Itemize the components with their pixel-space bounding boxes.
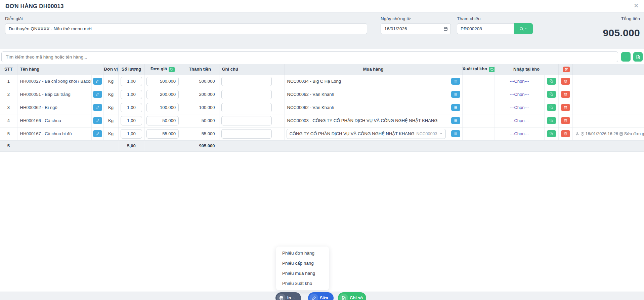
copy-row-button[interactable]: [547, 78, 556, 85]
unit-cell: Kg: [103, 127, 118, 140]
close-icon[interactable]: ✕: [634, 2, 639, 9]
choose-warehouse-link[interactable]: ---Chọn---: [510, 131, 529, 136]
edit-item-button[interactable]: [93, 91, 102, 98]
export-warehouse-cell: [462, 114, 473, 127]
price-input[interactable]: [146, 103, 179, 112]
user-icon: [575, 132, 579, 136]
amount-cell: 200.000: [181, 88, 219, 101]
delete-all-button[interactable]: [563, 67, 570, 72]
export-warehouse-cell: [462, 75, 473, 88]
choose-warehouse-link[interactable]: ---Chọn---: [510, 79, 529, 84]
item-name[interactable]: HH000167 - Cà chua bi đỏ: [17, 127, 91, 140]
copy-row-button[interactable]: [547, 130, 556, 137]
qty-input[interactable]: [121, 116, 142, 125]
copy-row-button[interactable]: [547, 117, 556, 124]
history-note: Sửa đơn giá: [624, 132, 644, 136]
qty-input[interactable]: [121, 90, 142, 99]
order-form: Diễn giải Ngày chứng từ Tham chiếu Tổng …: [0, 12, 644, 49]
qty-input[interactable]: [121, 77, 142, 86]
printer-icon: [277, 294, 286, 300]
edit-history: 16/01/2026 16:26 Sửa đơn giá: [573, 132, 644, 136]
post-button[interactable]: Ghi sổ: [338, 292, 366, 300]
purchase-list-button[interactable]: [451, 117, 460, 124]
copy-row-button[interactable]: [547, 91, 556, 98]
delete-row-button[interactable]: [561, 91, 570, 98]
copy-row-button[interactable]: [547, 104, 556, 111]
note-input[interactable]: [221, 129, 272, 139]
col-note: Ghi chú: [219, 64, 284, 75]
choose-warehouse-link[interactable]: ---Chọn---: [510, 105, 529, 110]
description-input[interactable]: [5, 23, 367, 34]
col-unit: Đơn vị: [103, 64, 118, 75]
pencil-icon: [96, 132, 99, 136]
table-row: 1 HH000027 - Ba chỉ xông khói / Bacon Kg…: [0, 75, 644, 88]
note-input[interactable]: [221, 77, 272, 86]
print-menu-item-order[interactable]: Phiếu đơn hàng: [276, 248, 329, 258]
export-excel-button[interactable]: [633, 52, 643, 62]
clock-icon: [581, 132, 585, 136]
delete-row-button[interactable]: [561, 104, 570, 111]
price-input[interactable]: [146, 129, 179, 139]
row-index: 1: [0, 75, 17, 88]
item-name[interactable]: HH000062 - Bí ngô: [17, 101, 91, 114]
note-input[interactable]: [221, 90, 272, 99]
amount-cell: 100.000: [181, 101, 219, 114]
purchase-list-button[interactable]: [451, 104, 460, 111]
print-menu-item-purchase[interactable]: Phiếu mua hàng: [276, 268, 329, 278]
description-field: Diễn giải: [5, 16, 367, 34]
calendar-icon[interactable]: [443, 26, 448, 32]
trash-icon: [564, 92, 567, 96]
reference-search-button[interactable]: [514, 23, 533, 34]
export-refresh-button[interactable]: [489, 67, 495, 72]
purchase-list-button[interactable]: [451, 130, 460, 137]
delete-row-button[interactable]: [561, 78, 570, 85]
price-input[interactable]: [146, 90, 179, 99]
choose-warehouse-link[interactable]: ---Chọn---: [510, 92, 529, 97]
reference-field: Tham chiếu: [457, 16, 533, 34]
edit-item-button[interactable]: [93, 104, 102, 111]
chevron-down-icon: [439, 132, 443, 136]
trash-icon: [564, 68, 568, 71]
doc-date-input[interactable]: [381, 23, 451, 34]
export-warehouse-cell: [462, 127, 473, 140]
edit-item-button[interactable]: [93, 130, 102, 137]
price-input[interactable]: [146, 77, 179, 86]
table-footer-row: 5 5,00 905.000: [0, 140, 644, 151]
purchase-list-button[interactable]: [451, 78, 460, 85]
chevron-down-icon: [293, 297, 296, 300]
print-button[interactable]: In: [275, 292, 301, 300]
purchase-list-button[interactable]: [451, 91, 460, 98]
edit-button[interactable]: Sửa: [308, 292, 334, 300]
total-label: Tổng tiền: [603, 16, 640, 21]
qty-input[interactable]: [121, 129, 142, 139]
item-name[interactable]: HH000051 - Bắp cải trắng: [17, 88, 91, 101]
delete-row-button[interactable]: [561, 117, 570, 124]
print-menu-item-export[interactable]: Phiếu xuất kho: [276, 278, 329, 289]
note-input[interactable]: [221, 103, 272, 112]
add-row-button[interactable]: [621, 52, 631, 62]
choose-warehouse-link[interactable]: ---Chọn---: [510, 118, 529, 123]
reference-input[interactable]: [457, 23, 514, 34]
page-title: ĐƠN HÀNG DH00013: [5, 3, 64, 10]
table-row: 5 HH000167 - Cà chua bi đỏ Kg 55.000 CÔN…: [0, 127, 644, 140]
print-menu-item-supply[interactable]: Phiếu cấp hàng: [276, 258, 329, 268]
unit-cell: Kg: [103, 75, 118, 88]
purchase-cell: NCC00062 - Vân Khánh: [284, 101, 449, 114]
item-search-input[interactable]: [1, 51, 618, 62]
pencil-icon: [96, 92, 99, 96]
qty-input[interactable]: [121, 103, 142, 112]
trash-icon: [564, 119, 567, 122]
delete-row-button[interactable]: [561, 130, 570, 137]
purchase-select[interactable]: CÔNG TY CỔ PHẦN DỊCH VỤ VÀ CÔNG NGHỆ NHẬ…: [287, 129, 446, 139]
item-name[interactable]: HH000166 - Cà chua: [17, 114, 91, 127]
refresh-icon: [490, 68, 494, 71]
copy-icon: [550, 119, 553, 122]
edit-item-button[interactable]: [93, 78, 102, 85]
note-input[interactable]: [221, 116, 272, 125]
pencil-icon: [96, 119, 99, 122]
price-input[interactable]: [146, 116, 179, 125]
pencil-icon: [96, 79, 99, 83]
item-name[interactable]: HH000027 - Ba chỉ xông khói / Bacon: [17, 75, 91, 88]
edit-item-button[interactable]: [93, 117, 102, 124]
price-refresh-button[interactable]: [169, 67, 175, 72]
